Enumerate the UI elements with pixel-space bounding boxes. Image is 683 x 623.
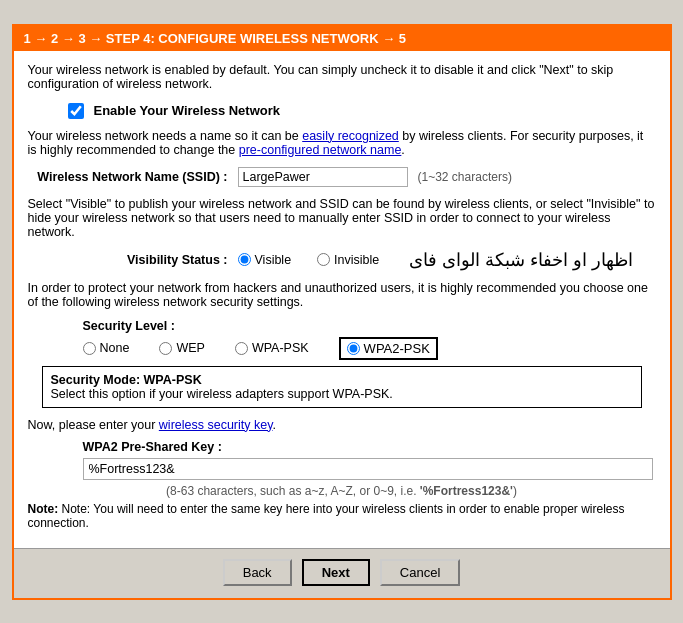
arabic-note: اظهار او اخفاء شبكة الواى فاى	[409, 249, 633, 271]
step-indicator: 1 → 2 → 3 → STEP 4: CONFIGURE WIRELESS N…	[24, 31, 407, 46]
wpa2psk-label: WPA2-PSK	[364, 341, 430, 356]
invisible-label: Invisible	[334, 253, 379, 267]
security-level-label: Security Level :	[83, 319, 656, 333]
security-mode-description: Select this option if your wireless adap…	[51, 387, 633, 401]
visible-label: Visible	[255, 253, 292, 267]
visibility-visible-option[interactable]: Visible	[238, 253, 292, 267]
cancel-button[interactable]: Cancel	[380, 559, 460, 586]
security-mode-box: Security Mode: WPA-PSK Select this optio…	[42, 366, 642, 408]
wizard-header: 1 → 2 → 3 → STEP 4: CONFIGURE WIRELESS N…	[14, 26, 670, 51]
ssid-field-row: Wireless Network Name (SSID) : (1~32 cha…	[28, 167, 656, 187]
enable-row: Enable Your Wireless Network	[68, 103, 656, 119]
radio-visible[interactable]	[238, 253, 251, 266]
wep-label: WEP	[176, 341, 204, 355]
security-info: In order to protect your network from ha…	[28, 281, 656, 309]
wizard-body: Your wireless network is enabled by defa…	[14, 51, 670, 548]
now-text: Now, please enter your wireless security…	[28, 418, 656, 432]
visibility-radio-group: Visible Invisible	[238, 253, 400, 267]
ssid-input[interactable]	[238, 167, 408, 187]
security-key-link: wireless security key	[159, 418, 273, 432]
wpa-input[interactable]	[83, 458, 653, 480]
radio-wpapsk[interactable]	[235, 342, 248, 355]
security-wpa2psk-option[interactable]: WPA2-PSK	[339, 337, 438, 360]
note-content: Note: You will need to enter the same ke…	[28, 502, 625, 530]
security-options: None WEP WPA-PSK WPA2-PSK	[83, 337, 656, 360]
radio-invisible[interactable]	[317, 253, 330, 266]
security-wep-option[interactable]: WEP	[159, 341, 204, 355]
radio-wep[interactable]	[159, 342, 172, 355]
ssid-hint: (1~32 characters)	[418, 170, 512, 184]
wpapsk-label: WPA-PSK	[252, 341, 309, 355]
wizard-panel: 1 → 2 → 3 → STEP 4: CONFIGURE WIRELESS N…	[12, 24, 672, 600]
next-button[interactable]: Next	[302, 559, 370, 586]
button-bar: Back Next Cancel	[14, 548, 670, 598]
note-label: Note:	[28, 502, 59, 516]
enable-wireless-checkbox[interactable]	[68, 103, 84, 119]
visibility-row: Visibility Status : Visible Invisible اظ…	[28, 249, 656, 271]
security-none-option[interactable]: None	[83, 341, 130, 355]
visibility-invisible-option[interactable]: Invisible	[317, 253, 379, 267]
note-text: Note: Note: You will need to enter the s…	[28, 502, 656, 530]
wpa-hint-example: '%Fortress123&'	[420, 484, 513, 498]
back-button[interactable]: Back	[223, 559, 292, 586]
ssid-info: Your wireless network needs a name so it…	[28, 129, 656, 157]
visibility-label: Visibility Status :	[28, 253, 238, 267]
visibility-info: Select "Visible" to publish your wireles…	[28, 197, 656, 239]
intro-text: Your wireless network is enabled by defa…	[28, 63, 656, 91]
radio-none[interactable]	[83, 342, 96, 355]
enable-label: Enable Your Wireless Network	[94, 103, 281, 118]
ssid-label: Wireless Network Name (SSID) :	[28, 170, 238, 184]
wpa-label: WPA2 Pre-Shared Key :	[83, 440, 656, 454]
radio-wpa2psk[interactable]	[347, 342, 360, 355]
security-wpapsk-option[interactable]: WPA-PSK	[235, 341, 309, 355]
wpa-hint: (8-63 characters, such as a~z, A~Z, or 0…	[28, 484, 656, 498]
none-label: None	[100, 341, 130, 355]
security-mode-title: Security Mode: WPA-PSK	[51, 373, 633, 387]
